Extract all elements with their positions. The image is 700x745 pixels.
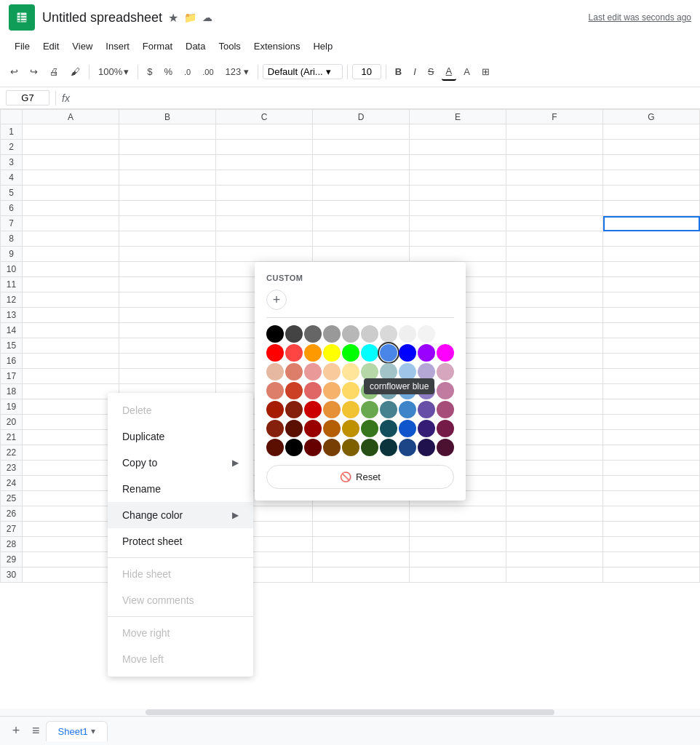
undo-button[interactable]: ↩ <box>6 63 23 80</box>
cell-G11[interactable] <box>603 277 700 292</box>
menu-protect-sheet[interactable]: Protect sheet <box>108 528 253 554</box>
cell-reference[interactable] <box>6 90 49 105</box>
color-dot-4-4[interactable] <box>342 401 359 418</box>
cell-F17[interactable] <box>506 369 603 384</box>
col-header-F[interactable]: F <box>506 110 603 124</box>
col-header-D[interactable]: D <box>313 110 410 124</box>
cell-G15[interactable] <box>603 338 700 354</box>
cell-F29[interactable] <box>506 552 603 567</box>
cell-E30[interactable] <box>410 567 506 583</box>
cell-A29[interactable] <box>23 552 119 567</box>
menu-duplicate[interactable]: Duplicate <box>108 423 253 450</box>
paint-format-button[interactable]: 🖌 <box>66 63 84 80</box>
cell-B2[interactable] <box>119 140 216 155</box>
cell-B11[interactable] <box>119 277 216 292</box>
color-dot-4-2[interactable] <box>304 401 322 418</box>
add-sheet-button[interactable]: + <box>6 721 26 741</box>
color-dot-4-3[interactable] <box>323 401 341 418</box>
cell-C2[interactable] <box>216 140 313 155</box>
cell-F15[interactable] <box>506 338 603 354</box>
row-num-16[interactable]: 16 <box>1 354 23 369</box>
cell-G10[interactable] <box>603 262 700 277</box>
spreadsheet-title[interactable]: Untitled spreadsheet <box>42 10 162 25</box>
color-dot-6-2[interactable] <box>304 439 322 456</box>
cell-D27[interactable] <box>313 522 410 537</box>
cell-C1[interactable] <box>216 124 313 140</box>
cell-A19[interactable] <box>23 399 119 415</box>
color-dot-1-8[interactable] <box>418 344 435 362</box>
row-num-9[interactable]: 9 <box>1 247 23 262</box>
color-dot-5-9[interactable] <box>437 420 454 437</box>
cell-A10[interactable] <box>23 262 119 277</box>
cell-F10[interactable] <box>506 262 603 277</box>
format-123-button[interactable]: 123 ▾ <box>221 63 253 80</box>
cell-A30[interactable] <box>23 567 119 583</box>
cell-B13[interactable] <box>119 308 216 323</box>
menu-delete[interactable]: Delete <box>108 397 253 423</box>
cell-B14[interactable] <box>119 323 216 338</box>
cell-A23[interactable] <box>23 461 119 476</box>
cell-A15[interactable] <box>23 338 119 354</box>
decimal-more-button[interactable]: .00 <box>198 65 218 79</box>
cell-G30[interactable] <box>603 567 700 583</box>
cell-D30[interactable] <box>313 567 410 583</box>
color-dot-5-7[interactable] <box>399 420 416 437</box>
color-dot-4-1[interactable] <box>285 401 303 418</box>
cell-F20[interactable] <box>506 415 603 430</box>
menu-file[interactable]: File <box>9 39 36 54</box>
color-dot-0-6[interactable] <box>380 325 397 343</box>
col-header-E[interactable]: E <box>410 110 506 124</box>
color-dot-3-1[interactable] <box>285 382 303 399</box>
cell-D6[interactable] <box>313 201 410 216</box>
row-num-13[interactable]: 13 <box>1 308 23 323</box>
cell-G18[interactable] <box>603 384 700 399</box>
cell-D4[interactable] <box>313 170 410 186</box>
cell-G17[interactable] <box>603 369 700 384</box>
color-dot-1-7[interactable] <box>399 344 416 362</box>
color-dot-3-5[interactable] <box>361 382 378 399</box>
cell-E8[interactable] <box>410 231 506 247</box>
row-num-29[interactable]: 29 <box>1 552 23 567</box>
font-size-input[interactable] <box>352 64 381 79</box>
cell-E5[interactable] <box>410 186 506 201</box>
percent-button[interactable]: % <box>159 63 177 80</box>
row-num-28[interactable]: 28 <box>1 537 23 552</box>
font-name-select[interactable]: Default (Ari... ▾ <box>263 64 343 79</box>
row-num-10[interactable]: 10 <box>1 262 23 277</box>
cell-G28[interactable] <box>603 537 700 552</box>
color-dot-5-5[interactable] <box>361 420 378 437</box>
row-num-8[interactable]: 8 <box>1 231 23 247</box>
cell-A14[interactable] <box>23 323 119 338</box>
cell-A27[interactable] <box>23 522 119 537</box>
color-dot-5-6[interactable] <box>380 420 397 437</box>
cell-E9[interactable] <box>410 247 506 262</box>
row-num-6[interactable]: 6 <box>1 201 23 216</box>
cell-B16[interactable] <box>119 354 216 369</box>
cell-E1[interactable] <box>410 124 506 140</box>
cell-B17[interactable] <box>119 369 216 384</box>
cell-D9[interactable] <box>313 247 410 262</box>
cloud-icon[interactable]: ☁ <box>202 12 212 23</box>
color-dot-3-0[interactable] <box>266 382 284 399</box>
cell-G23[interactable] <box>603 461 700 476</box>
italic-button[interactable]: I <box>409 63 421 80</box>
cell-B8[interactable] <box>119 231 216 247</box>
cell-G20[interactable] <box>603 415 700 430</box>
menu-help[interactable]: Help <box>307 39 338 54</box>
color-dot-2-4[interactable] <box>342 363 359 381</box>
cell-C5[interactable] <box>216 186 313 201</box>
cell-G29[interactable] <box>603 552 700 567</box>
cell-G24[interactable] <box>603 476 700 491</box>
menu-change-color[interactable]: Change color ▶ <box>108 502 253 528</box>
cell-D8[interactable] <box>313 231 410 247</box>
custom-add-button[interactable]: + <box>266 290 287 310</box>
cell-B9[interactable] <box>119 247 216 262</box>
menu-view[interactable]: View <box>66 39 98 54</box>
cell-A17[interactable] <box>23 369 119 384</box>
row-num-24[interactable]: 24 <box>1 476 23 491</box>
col-header-B[interactable]: B <box>119 110 216 124</box>
cell-F27[interactable] <box>506 522 603 537</box>
row-num-20[interactable]: 20 <box>1 415 23 430</box>
color-dot-1-5[interactable] <box>361 344 378 362</box>
color-dot-0-3[interactable] <box>323 325 341 343</box>
